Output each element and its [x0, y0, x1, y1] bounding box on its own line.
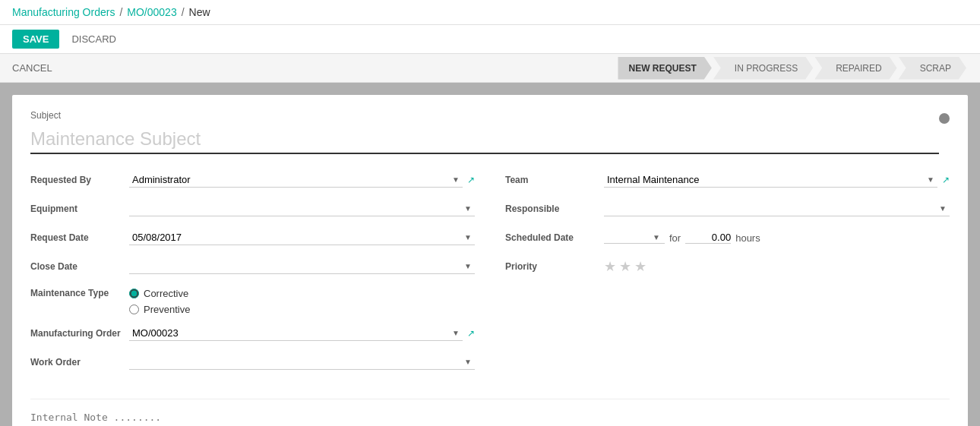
maintenance-preventive-option[interactable]: Preventive [129, 304, 190, 315]
priority-value: ★ ★ ★ [604, 258, 950, 275]
work-order-row: Work Order ▼ [30, 352, 475, 373]
request-date-value: ▼ [129, 230, 475, 245]
requested-by-label: Requested By [30, 175, 129, 185]
star-3[interactable]: ★ [634, 258, 646, 275]
requested-by-row: Requested By ▼ ↗ [30, 169, 475, 191]
cancel-button[interactable]: CANCEL [12, 62, 52, 74]
action-bar: SAVE DISCARD [0, 25, 980, 54]
breadcrumb-mo-number[interactable]: MO/00023 [127, 6, 176, 18]
manufacturing-order-row: Manufacturing Order ▼ ↗ [30, 323, 475, 344]
breadcrumb-sep1: / [119, 6, 122, 18]
manufacturing-order-dropdown-arrow[interactable]: ▼ [449, 327, 463, 339]
scheduled-date-dropdown-arrow[interactable]: ▼ [650, 232, 663, 243]
manufacturing-order-label: Manufacturing Order [30, 328, 129, 339]
equipment-label: Equipment [30, 204, 129, 214]
requested-by-select[interactable]: ▼ [129, 172, 463, 188]
maintenance-type-row: Maintenance Type Corrective Preventive [30, 285, 475, 315]
right-column: Team ▼ ↗ Responsible ▼ [505, 169, 950, 380]
status-step-new-request[interactable]: NEW REQUEST [618, 57, 711, 80]
work-order-input[interactable] [129, 355, 461, 369]
request-date-select[interactable]: ▼ [129, 230, 475, 245]
work-order-value: ▼ [129, 355, 475, 370]
responsible-row: Responsible ▼ [505, 198, 950, 219]
close-date-row: Close Date ▼ [30, 256, 475, 277]
request-date-label: Request Date [30, 232, 129, 243]
maintenance-preventive-radio[interactable] [129, 305, 139, 314]
status-step-scrap[interactable]: SCRAP [899, 57, 966, 80]
request-date-dropdown-arrow[interactable]: ▼ [461, 232, 475, 243]
close-date-dropdown-arrow[interactable]: ▼ [461, 260, 475, 272]
status-step-in-progress[interactable]: IN PROGRESS [713, 57, 813, 80]
maintenance-type-value: Corrective Preventive [129, 288, 475, 315]
team-external-link[interactable]: ↗ [942, 175, 950, 185]
status-dot [939, 113, 950, 124]
status-steps: NEW REQUEST IN PROGRESS REPAIRED SCRAP [618, 57, 968, 80]
team-input[interactable] [604, 172, 924, 187]
star-rating[interactable]: ★ ★ ★ [604, 258, 646, 275]
top-bar: Manufacturing Orders / MO/00023 / New [0, 0, 980, 25]
discard-button[interactable]: DISCARD [65, 30, 122, 49]
breadcrumb-current: New [189, 6, 210, 18]
status-bar: CANCEL NEW REQUEST IN PROGRESS REPAIRED … [0, 54, 980, 83]
equipment-select[interactable]: ▼ [129, 201, 475, 216]
save-button[interactable]: SAVE [12, 30, 59, 49]
requested-by-input[interactable] [129, 172, 449, 187]
close-date-input[interactable] [129, 259, 461, 273]
subject-label: Subject [30, 110, 939, 121]
scheduled-date-select[interactable]: ▼ [604, 232, 665, 244]
team-value: ▼ ↗ [604, 172, 950, 188]
maintenance-corrective-option[interactable]: Corrective [129, 288, 190, 299]
work-order-select[interactable]: ▼ [129, 355, 475, 370]
equipment-row: Equipment ▼ [30, 198, 475, 219]
team-row: Team ▼ ↗ [505, 169, 950, 191]
manufacturing-order-select[interactable]: ▼ [129, 326, 463, 341]
internal-note-section [30, 399, 950, 426]
scheduled-date-label: Scheduled Date [505, 232, 604, 243]
responsible-value: ▼ [604, 201, 950, 216]
requested-by-external-link[interactable]: ↗ [467, 175, 475, 185]
maintenance-corrective-radio[interactable] [129, 289, 139, 298]
manufacturing-order-input[interactable] [129, 326, 449, 340]
form-grid: Requested By ▼ ↗ Equipment ▼ [30, 169, 950, 380]
maintenance-type-radio-group: Corrective Preventive [129, 288, 190, 315]
left-column: Requested By ▼ ↗ Equipment ▼ [30, 169, 475, 380]
responsible-select[interactable]: ▼ [604, 201, 950, 216]
request-date-row: Request Date ▼ [30, 227, 475, 248]
star-2[interactable]: ★ [619, 258, 631, 275]
equipment-dropdown-arrow[interactable]: ▼ [461, 203, 475, 214]
team-select[interactable]: ▼ [604, 172, 937, 188]
subject-section: Subject [30, 110, 950, 154]
responsible-input[interactable] [604, 201, 936, 216]
requested-by-dropdown-arrow[interactable]: ▼ [449, 174, 463, 185]
close-date-label: Close Date [30, 261, 129, 272]
work-order-dropdown-arrow[interactable]: ▼ [461, 356, 475, 368]
for-text: for [669, 232, 681, 244]
breadcrumb-manufacturing-orders[interactable]: Manufacturing Orders [12, 6, 115, 18]
responsible-dropdown-arrow[interactable]: ▼ [936, 203, 950, 214]
breadcrumb: Manufacturing Orders / MO/00023 / New [12, 6, 210, 18]
internal-note-input[interactable] [30, 412, 950, 426]
hours-input[interactable] [685, 232, 731, 244]
star-1[interactable]: ★ [604, 258, 616, 275]
scheduled-date-inputs: ▼ for hours [604, 232, 760, 244]
requested-by-value: ▼ ↗ [129, 172, 475, 188]
main-content: Subject Requested By ▼ ↗ [0, 83, 980, 426]
scheduled-date-input[interactable] [604, 232, 650, 243]
equipment-value: ▼ [129, 201, 475, 216]
manufacturing-order-external-link[interactable]: ↗ [467, 328, 475, 339]
priority-row: Priority ★ ★ ★ [505, 256, 950, 277]
priority-label: Priority [505, 261, 604, 272]
hours-text: hours [735, 232, 760, 244]
close-date-select[interactable]: ▼ [129, 259, 475, 274]
responsible-label: Responsible [505, 204, 604, 214]
team-dropdown-arrow[interactable]: ▼ [924, 174, 937, 185]
breadcrumb-sep2: / [182, 6, 185, 18]
close-date-value: ▼ [129, 259, 475, 274]
request-date-input[interactable] [129, 230, 461, 245]
equipment-input[interactable] [129, 201, 461, 216]
maintenance-type-label: Maintenance Type [30, 288, 129, 298]
scheduled-date-row: Scheduled Date ▼ for hours [505, 227, 950, 248]
subject-input[interactable] [30, 125, 939, 154]
status-step-repaired[interactable]: REPAIRED [814, 57, 896, 80]
scheduled-date-value: ▼ for hours [604, 232, 950, 244]
